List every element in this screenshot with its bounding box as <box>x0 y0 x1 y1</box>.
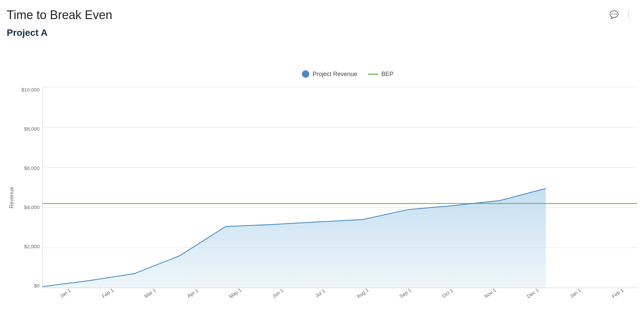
top-icons: 💬 ⋮ <box>608 9 634 20</box>
x-axis: Jan 1Feb 1Mar 1Apr 1May 1Jun 1Jul 1Aug 1… <box>42 288 637 308</box>
menu-icon[interactable]: ⋮ <box>623 9 634 20</box>
legend-revenue-dot <box>302 70 309 78</box>
y-axis-label: Revenue <box>7 87 17 308</box>
y-tick: $10,000 <box>21 87 40 92</box>
page-title: Time to Break Even <box>7 8 634 22</box>
legend-bep-label: BEP <box>381 71 393 78</box>
comment-icon[interactable]: 💬 <box>608 9 619 20</box>
project-label: Project A <box>7 27 634 38</box>
y-tick: $8,000 <box>24 126 40 131</box>
legend-revenue: Project Revenue <box>302 70 357 78</box>
chart-svg <box>43 87 637 288</box>
legend: Project Revenue BEP <box>302 70 393 78</box>
chart-wrapper: Revenue $10,000$8,000$6,000$4,000$2,000$… <box>7 87 637 308</box>
y-tick: $6,000 <box>24 165 40 171</box>
y-tick: $4,000 <box>24 205 40 210</box>
page-container: Time to Break Even Project A 💬 ⋮ Project… <box>0 0 644 335</box>
legend-revenue-label: Project Revenue <box>313 71 357 78</box>
chart-area: $10,000$8,000$6,000$4,000$2,000$0 Jan 1F… <box>19 87 637 308</box>
legend-bep: BEP <box>368 71 393 78</box>
legend-bep-line <box>368 74 378 75</box>
y-tick: $0 <box>34 283 40 288</box>
y-tick: $2,000 <box>24 244 40 249</box>
plot-area <box>42 87 637 288</box>
y-axis: $10,000$8,000$6,000$4,000$2,000$0 <box>19 87 42 288</box>
